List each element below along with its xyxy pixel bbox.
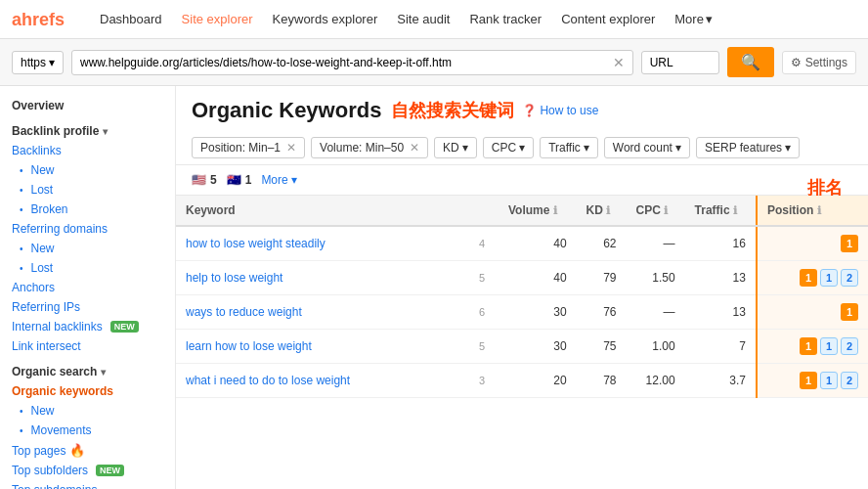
volume-cell: 40 bbox=[499, 226, 577, 261]
chinese-subtitle: 自然搜索关键词 bbox=[391, 99, 514, 122]
info-icon[interactable]: ℹ bbox=[664, 204, 668, 216]
nav-rank-tracker[interactable]: Rank tracker bbox=[461, 8, 549, 30]
table-row: how to lose weight steadily44062—161 bbox=[176, 226, 868, 261]
us-flag-item[interactable]: 🇺🇸 5 bbox=[192, 173, 217, 187]
cpc-filter[interactable]: CPC ▾ bbox=[483, 137, 534, 158]
keyword-link[interactable]: what i need to do to lose weight bbox=[186, 374, 350, 387]
info-icon[interactable]: ℹ bbox=[733, 204, 737, 216]
chevron-down-icon: ▾ bbox=[519, 141, 525, 155]
info-icon[interactable]: ℹ bbox=[606, 204, 610, 216]
keyword-link[interactable]: learn how to lose weight bbox=[186, 339, 312, 353]
serp-number[interactable]: 2 bbox=[841, 372, 858, 389]
new-badge: NEW bbox=[110, 321, 139, 333]
keyword-link[interactable]: ways to reduce weight bbox=[186, 305, 302, 319]
position-filter[interactable]: Position: Min–1 ✕ bbox=[192, 137, 305, 158]
url-input[interactable] bbox=[80, 56, 613, 69]
sidebar-organic-keywords[interactable]: Organic keywords bbox=[0, 381, 175, 401]
serp-numbers: 1 bbox=[767, 235, 858, 252]
chevron-down-icon: ▾ bbox=[49, 56, 55, 69]
volume-filter[interactable]: Volume: Min–50 ✕ bbox=[311, 137, 428, 158]
remove-volume-filter[interactable]: ✕ bbox=[410, 141, 419, 155]
chevron-down-icon: ▾ bbox=[291, 173, 297, 187]
sidebar-top-subdomains[interactable]: Top subdomains bbox=[0, 480, 175, 489]
position-cell: 1 bbox=[757, 226, 868, 261]
url-type-select[interactable]: URL Domain Prefix bbox=[641, 51, 719, 74]
header-kd: KD ℹ bbox=[577, 196, 627, 226]
search-button[interactable]: 🔍 bbox=[727, 47, 774, 77]
filter-bar: Position: Min–1 ✕ Volume: Min–50 ✕ KD ▾ … bbox=[176, 131, 868, 165]
word-count-filter[interactable]: Word count ▾ bbox=[604, 137, 690, 158]
page-title: Organic Keywords bbox=[192, 98, 381, 123]
serp-number[interactable]: 1 bbox=[820, 269, 838, 287]
kd-cell: 76 bbox=[577, 295, 627, 330]
how-to-use-link[interactable]: ❓ How to use bbox=[522, 104, 598, 117]
col2-cell: 4 bbox=[469, 226, 499, 261]
main-layout: Overview Backlink profile ▾ Backlinks Ne… bbox=[0, 86, 868, 489]
nav-keywords-explorer[interactable]: Keywords explorer bbox=[265, 8, 386, 30]
sidebar-backlinks-new[interactable]: New bbox=[0, 160, 175, 180]
keyword-link[interactable]: how to lose weight steadily bbox=[186, 237, 326, 250]
chevron-down-icon: ▾ bbox=[462, 141, 468, 155]
position-number[interactable]: 1 bbox=[800, 337, 817, 355]
sidebar-backlinks-lost[interactable]: Lost bbox=[0, 180, 175, 200]
info-icon[interactable]: ℹ bbox=[553, 204, 557, 216]
chevron-down-icon: ▾ bbox=[675, 141, 681, 155]
table-row: ways to reduce weight63076—131 bbox=[176, 295, 868, 330]
sidebar-referring-new[interactable]: New bbox=[0, 239, 175, 258]
au-count: 1 bbox=[245, 173, 252, 187]
header-volume: Volume ℹ bbox=[499, 196, 577, 226]
sidebar-referring-lost[interactable]: Lost bbox=[0, 258, 175, 278]
sidebar-top-subfolders[interactable]: Top subfolders NEW bbox=[0, 461, 175, 480]
position-cell: 112 bbox=[757, 330, 868, 364]
sidebar-top-pages[interactable]: Top pages 🔥 bbox=[0, 440, 175, 461]
nav-site-audit[interactable]: Site audit bbox=[389, 8, 457, 30]
serp-number[interactable]: 2 bbox=[841, 337, 858, 355]
sidebar-referring-domains[interactable]: Referring domains bbox=[0, 219, 175, 239]
serp-number[interactable]: 1 bbox=[820, 372, 838, 389]
position-number[interactable]: 1 bbox=[841, 235, 858, 252]
remove-position-filter[interactable]: ✕ bbox=[286, 141, 296, 155]
nav-content-explorer[interactable]: Content explorer bbox=[553, 8, 663, 30]
protocol-selector[interactable]: https ▾ bbox=[12, 51, 64, 74]
serp-number[interactable]: 1 bbox=[820, 337, 838, 355]
col2-cell: 5 bbox=[469, 330, 499, 364]
sidebar-organic-new[interactable]: New bbox=[0, 401, 175, 421]
kd-filter[interactable]: KD ▾ bbox=[434, 137, 477, 158]
au-flag-item[interactable]: 🇦🇺 1 bbox=[227, 173, 252, 187]
info-icon[interactable]: ℹ bbox=[817, 204, 821, 216]
cpc-cell: — bbox=[627, 226, 685, 261]
keyword-link[interactable]: help to lose weight bbox=[186, 271, 282, 285]
sidebar-backlinks-broken[interactable]: Broken bbox=[0, 200, 175, 219]
sidebar-internal-backlinks[interactable]: Internal backlinks NEW bbox=[0, 317, 175, 336]
sidebar-link-intersect[interactable]: Link intersect bbox=[0, 336, 175, 356]
question-icon: ❓ bbox=[522, 104, 537, 117]
sidebar-backlinks[interactable]: Backlinks bbox=[0, 141, 175, 160]
url-input-wrap: ✕ bbox=[71, 50, 633, 75]
nav-dashboard[interactable]: Dashboard bbox=[92, 8, 170, 30]
serp-numbers: 112 bbox=[767, 372, 858, 389]
sidebar-organic-movements[interactable]: Movements bbox=[0, 421, 175, 440]
sidebar-anchors[interactable]: Anchors bbox=[0, 278, 175, 297]
traffic-filter[interactable]: Traffic ▾ bbox=[540, 137, 598, 158]
settings-button[interactable]: ⚙ Settings bbox=[782, 51, 856, 74]
nav-more[interactable]: More ▾ bbox=[667, 8, 720, 30]
position-cell: 112 bbox=[757, 364, 868, 398]
cpc-cell: 1.00 bbox=[627, 330, 685, 364]
serp-features-filter[interactable]: SERP features ▾ bbox=[696, 137, 800, 158]
clear-button[interactable]: ✕ bbox=[613, 55, 625, 70]
more-flags-button[interactable]: More ▾ bbox=[261, 173, 296, 187]
table-row: help to lose weight540791.5013112 bbox=[176, 261, 868, 295]
logo[interactable]: ahrefs bbox=[12, 9, 80, 30]
sidebar-organic-search[interactable]: Organic search ▾ bbox=[0, 362, 175, 381]
flag-bar: 🇺🇸 5 🇦🇺 1 More ▾ 排名 bbox=[176, 165, 868, 196]
sidebar-overview[interactable]: Overview bbox=[0, 96, 175, 115]
serp-number[interactable]: 2 bbox=[841, 269, 858, 287]
keyword-cell: ways to reduce weight bbox=[176, 295, 469, 330]
position-number[interactable]: 1 bbox=[841, 303, 858, 321]
position-number[interactable]: 1 bbox=[800, 372, 817, 389]
cpc-cell: 1.50 bbox=[627, 261, 685, 295]
sidebar-backlink-profile[interactable]: Backlink profile ▾ bbox=[0, 121, 175, 141]
position-number[interactable]: 1 bbox=[800, 269, 817, 287]
sidebar-referring-ips[interactable]: Referring IPs bbox=[0, 297, 175, 317]
nav-site-explorer[interactable]: Site explorer bbox=[174, 8, 261, 30]
